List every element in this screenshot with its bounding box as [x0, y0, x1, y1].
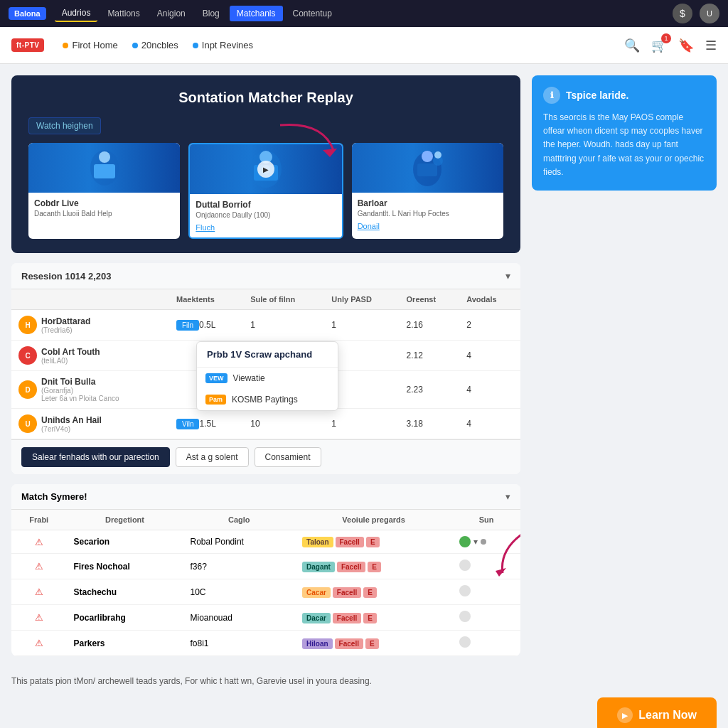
ask-action-btn[interactable]: Ast a g solent — [176, 447, 249, 467]
dropdown-tag-1: Pam — [205, 395, 226, 405]
summary-tags-cell: DacarFacellE — [295, 605, 452, 631]
chevron-icon[interactable]: ▾ — [473, 537, 478, 547]
summary-sun-cell: ▾ — [452, 530, 520, 554]
dollar-icon[interactable]: $ — [673, 4, 692, 23]
dot-icon — [481, 539, 486, 545]
nav-item-anigion[interactable]: Anigion — [150, 6, 193, 21]
summary-name-cell: Pocarlibrahg — [66, 605, 183, 631]
revines-dot-icon — [193, 43, 198, 48]
field-tag: Taloan — [302, 537, 333, 547]
field-tag: Cacar — [302, 587, 331, 598]
sec-nav-item-nobles[interactable]: 20ncbles — [132, 40, 178, 50]
nav-item-audrios[interactable]: Audrios — [55, 5, 98, 22]
bottom-text: This patats pion tMon/ archewell teads y… — [11, 675, 717, 687]
hero-card: Sontation Matcher Replay Watch heighen — [11, 75, 520, 253]
sec-nav-right: 🔍 🛒 1 🔖 ☰ — [624, 38, 717, 53]
match-card-link-2[interactable]: Donail — [358, 222, 498, 230]
nav-item-matchanls[interactable]: Matchanls — [230, 6, 283, 21]
row-user-cell: U Unihds An Hail (7eriV4o) — [11, 409, 169, 439]
row-tag-btn[interactable]: Viln — [176, 419, 200, 429]
right-panel: ℹ Tspice laride. Ths seorcis is the May … — [532, 75, 717, 656]
alert-icon: ⚠ — [35, 638, 43, 648]
main-content: Sontation Matcher Replay Watch heighen — [0, 64, 728, 668]
row-sub: (7eriV4o) — [41, 425, 102, 433]
field-tag: Dagant — [302, 562, 335, 572]
dropdown-item-0[interactable]: VEW Viewatie — [197, 368, 338, 389]
summary-tags-cell: DagantFacellE — [295, 554, 452, 579]
row-unly: 1 — [324, 409, 399, 439]
player-svg-0 — [76, 146, 133, 189]
left-panel: Sontation Matcher Replay Watch heighen — [11, 75, 520, 656]
info-card-title: Tspice laride. — [566, 90, 628, 101]
svg-point-2 — [99, 151, 110, 163]
user-avatar[interactable]: U — [700, 4, 719, 23]
row-user-cell: C Cobl Art Touth (teliLA0) — [11, 341, 169, 371]
row-name: Dnit Toi Bulla — [41, 377, 119, 387]
dropdown-item-1[interactable]: Pam KOSMB Paytings — [197, 389, 338, 410]
summary-name-cell: Secarion — [66, 530, 183, 554]
row-name-cell: Dnit Toi Bulla (Goranfja)Leter 6a vn Plo… — [41, 377, 119, 402]
consent-action-btn[interactable]: Consamient — [255, 447, 321, 467]
nobles-dot-icon — [132, 43, 138, 48]
match-card-img-1: ▶ — [190, 144, 341, 194]
summary-tags-cell: HiloanFacellE — [295, 631, 452, 656]
summary-row: ⚠ Stachechu 10C CacarFacellE — [11, 579, 520, 605]
nav-item-mattions[interactable]: Mattions — [100, 6, 146, 21]
row-oreenst: 2.12 — [400, 341, 460, 371]
summary-chevron-icon[interactable]: ▾ — [505, 491, 510, 502]
col-unly-header: Unly PASD — [324, 289, 399, 310]
match-card-0: Cobdr Live Dacanth Lluoii Bald Help — [28, 143, 180, 239]
player-img-2 — [352, 143, 503, 193]
sec-nav-item-revines[interactable]: Inpt Revines — [193, 40, 253, 50]
match-card-body-0: Cobdr Live Dacanth Lluoii Bald Help — [28, 193, 180, 228]
match-card-link-1[interactable]: Fluch — [196, 223, 336, 232]
bookmark-icon[interactable]: 🔖 — [678, 38, 694, 53]
row-sule: 10 — [243, 409, 324, 439]
field-tag: E — [368, 562, 381, 572]
row-maektents: Viln1.5L — [169, 409, 243, 439]
learn-now-button[interactable]: ▶ Learn Now — [597, 697, 717, 728]
summary-col-dregetiont: Dregetiont — [66, 510, 183, 530]
row-sub: (teliLA0) — [41, 357, 100, 365]
col-oreenst-header: Oreenst — [400, 289, 460, 310]
row-unly: 1 — [324, 310, 399, 341]
summary-name-cell: Stachechu — [66, 579, 183, 605]
table-header-chevron-icon[interactable]: ▾ — [505, 270, 510, 282]
play-button-1[interactable]: ▶ — [257, 161, 274, 178]
nav-item-contentup[interactable]: Contentup — [286, 6, 339, 21]
match-card-1: ▶ Duttal Borriof Onjdaonce Daully (100) … — [188, 143, 343, 239]
menu-icon[interactable]: ☰ — [705, 38, 717, 53]
row-actions: Salear fenhads with our parection Ast a … — [11, 439, 520, 474]
row-tag-btn[interactable]: Filn — [176, 320, 199, 331]
field-tag: E — [363, 613, 377, 623]
sec-nav-item-home[interactable]: Firot Home — [63, 40, 117, 50]
col-avodals-header: Avodals — [459, 289, 520, 310]
info-card: ℹ Tspice laride. Ths seorcis is the May … — [532, 75, 717, 191]
dropdown-label-0: Viewatie — [233, 373, 265, 383]
sec-nav-logo: ft-PTV — [11, 38, 44, 52]
notifications-btn[interactable]: 🛒 1 — [651, 38, 667, 53]
summary-sun-cell — [452, 631, 520, 656]
select-action-btn[interactable]: Salear fenhads with our parection — [21, 447, 170, 467]
row-sub: (Tredria6) — [41, 326, 90, 334]
info-card-text: Ths seorcis is the May PAOS comple offea… — [543, 111, 705, 179]
nav-item-blog[interactable]: Blog — [196, 6, 227, 21]
search-icon[interactable]: 🔍 — [624, 38, 640, 53]
home-dot-icon — [63, 43, 68, 48]
row-name-cell: HorDattarad (Tredria6) — [41, 316, 90, 334]
field-tag: Facell — [337, 562, 365, 572]
row-name: HorDattarad — [41, 316, 90, 326]
dropdown-tag-0: VEW — [205, 373, 228, 383]
row-user-cell: H HorDattarad (Tredria6) — [11, 310, 169, 341]
notification-badge: 1 — [661, 33, 671, 43]
row-maektents-val: 1.5L — [199, 419, 215, 429]
table-row: U Unihds An Hail (7eriV4o) Viln1.5L 10 1… — [11, 409, 520, 439]
row-avatar: C — [18, 346, 37, 365]
top-nav-logo[interactable]: Balona — [9, 7, 46, 20]
alert-icon: ⚠ — [35, 561, 43, 572]
top-nav-right: $ U — [673, 4, 719, 23]
field-tag: Dacar — [302, 613, 331, 623]
row-sub: (Goranfja)Leter 6a vn Ploita Canco — [41, 387, 119, 402]
summary-header: Match Symere! ▾ — [11, 484, 520, 510]
match-card-title-2: Barloar — [358, 198, 498, 208]
